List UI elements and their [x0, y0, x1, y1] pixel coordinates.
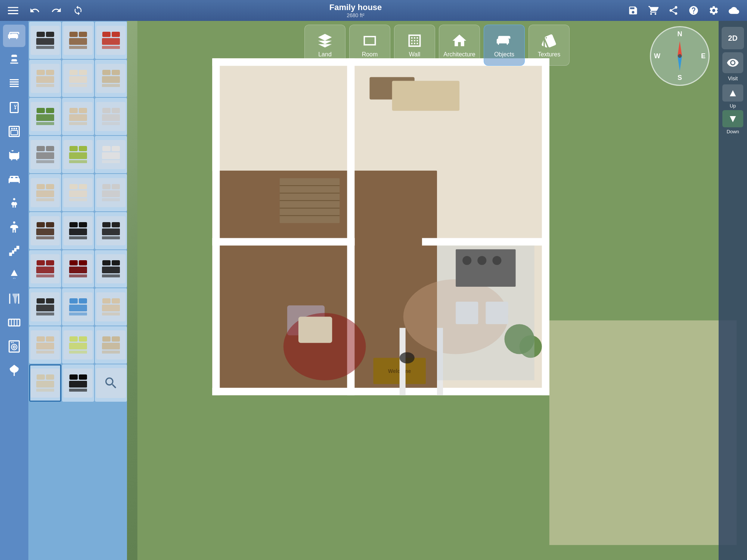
furniture-cell-f17[interactable] [62, 212, 94, 249]
help-button[interactable] [686, 3, 701, 18]
svg-rect-14 [9, 341, 19, 352]
compass-e: E [701, 52, 706, 60]
furniture-cell-f13[interactable] [29, 174, 61, 211]
svg-point-7 [16, 128, 18, 130]
house-render[interactable]: Welcome [127, 21, 747, 560]
cloud-button[interactable] [727, 3, 741, 18]
furniture-cell-f16[interactable] [29, 212, 61, 249]
furniture-cell-f25[interactable] [29, 326, 61, 364]
svg-rect-29 [422, 238, 549, 246]
furniture-cell-f29[interactable] [62, 364, 94, 402]
sidebar-item-kitchen[interactable] [3, 96, 25, 119]
furniture-cell-f6[interactable] [95, 60, 127, 97]
furniture-row-9 [29, 364, 126, 402]
svg-rect-20 [549, 320, 737, 545]
title-area: Family house 2680 ft² [329, 3, 382, 18]
svg-marker-58 [678, 56, 682, 71]
sidebar-item-bath[interactable] [3, 144, 25, 167]
svg-point-59 [678, 54, 682, 58]
furniture-cell-f5[interactable] [62, 60, 94, 97]
furniture-cell-f18[interactable] [95, 212, 127, 249]
furniture-cell-f11[interactable] [62, 136, 94, 173]
furniture-row-2 [29, 98, 126, 135]
compass-n: N [678, 30, 682, 38]
svg-marker-57 [678, 41, 682, 56]
furniture-row-0 [29, 22, 126, 59]
right-panel: 2D Visit ▲ Up ▼ Down [719, 21, 747, 560]
toolbar-architecture[interactable]: Architecture [439, 25, 480, 66]
furniture-grid [28, 21, 127, 560]
main-viewport: Welcome [127, 21, 747, 560]
top-bar-right [626, 3, 741, 18]
redo-button[interactable] [49, 3, 63, 18]
visit-eye-button[interactable] [722, 52, 743, 73]
toolbar-room[interactable]: Room [349, 25, 390, 66]
save-button[interactable] [626, 3, 640, 18]
furniture-cell-f1[interactable] [29, 22, 61, 59]
svg-rect-28 [212, 238, 354, 246]
sidebar-item-outdoor[interactable] [3, 359, 25, 382]
sidebar-item-stairs[interactable] [3, 240, 25, 262]
furniture-cell-f27[interactable] [95, 326, 127, 364]
compass-s: S [678, 74, 682, 82]
toolbar-land[interactable]: Land [304, 25, 345, 66]
furniture-cell-f10[interactable] [29, 136, 61, 173]
furniture-cell-f7[interactable] [29, 98, 61, 135]
sidebar-item-storage[interactable] [3, 72, 25, 95]
furniture-cell-f22[interactable] [29, 288, 61, 326]
furniture-row-8 [29, 326, 126, 364]
undo-button[interactable] [28, 3, 42, 18]
sidebar-item-machines[interactable] [3, 335, 25, 358]
app-title: Family house [329, 3, 382, 12]
sidebar-item-lamps[interactable] [3, 264, 25, 286]
settings-button[interactable] [707, 3, 721, 18]
svg-point-51 [477, 256, 486, 265]
rotate-button[interactable] [71, 3, 85, 18]
sidebar-item-sofa[interactable] [3, 25, 25, 47]
furniture-cell-f4[interactable] [29, 60, 61, 97]
sidebar-item-office[interactable] [3, 216, 25, 238]
furniture-cell-f24[interactable] [95, 288, 127, 326]
furniture-row-5 [29, 212, 126, 249]
2d-button[interactable]: 2D [722, 27, 744, 49]
sidebar-item-appliances[interactable] [3, 120, 25, 143]
furniture-cell-f21[interactable] [95, 250, 127, 287]
svg-rect-8 [9, 294, 10, 304]
furniture-row-3 [29, 136, 126, 173]
sidebar-item-curtains[interactable] [3, 287, 25, 310]
menu-button[interactable] [6, 3, 20, 18]
furniture-cell-f23[interactable] [62, 288, 94, 326]
furniture-cell-f19[interactable] [29, 250, 61, 287]
category-sidebar [0, 21, 28, 560]
svg-point-50 [462, 256, 471, 265]
furniture-cell-f2[interactable] [62, 22, 94, 59]
svg-rect-27 [347, 58, 354, 245]
toolbar-textures[interactable]: Textures [529, 25, 570, 66]
up-button[interactable]: ▲ [722, 84, 743, 102]
svg-point-16 [13, 346, 15, 348]
furniture-cell-f15[interactable] [95, 174, 127, 211]
furniture-cell-f14[interactable] [62, 174, 94, 211]
toolbar-wall[interactable]: Wall [394, 25, 435, 66]
furniture-cell-f20[interactable] [62, 250, 94, 287]
cart-button[interactable] [646, 3, 660, 18]
up-down-group: ▲ Up ▼ Down [722, 84, 743, 134]
share-button[interactable] [666, 3, 681, 18]
furniture-cell-f12[interactable] [95, 136, 127, 173]
down-button[interactable]: ▼ [722, 110, 743, 127]
furniture-cell-f26[interactable] [62, 326, 94, 364]
furniture-cell-f30[interactable] [95, 364, 127, 402]
sidebar-item-bed[interactable] [3, 168, 25, 190]
furniture-cell-f9[interactable] [95, 98, 127, 135]
sidebar-item-kids[interactable] [3, 192, 25, 214]
furniture-cell-f3[interactable] [95, 22, 127, 59]
svg-point-5 [11, 128, 13, 130]
furniture-cell-f28[interactable] [29, 364, 61, 402]
svg-point-15 [12, 344, 17, 350]
toolbar-objects[interactable]: Objects [484, 25, 525, 66]
svg-rect-39 [392, 81, 460, 111]
furniture-cell-f8[interactable] [62, 98, 94, 135]
sidebar-item-radiator[interactable] [3, 311, 25, 334]
furniture-row-7 [29, 288, 126, 326]
sidebar-item-chairs[interactable] [3, 49, 25, 71]
